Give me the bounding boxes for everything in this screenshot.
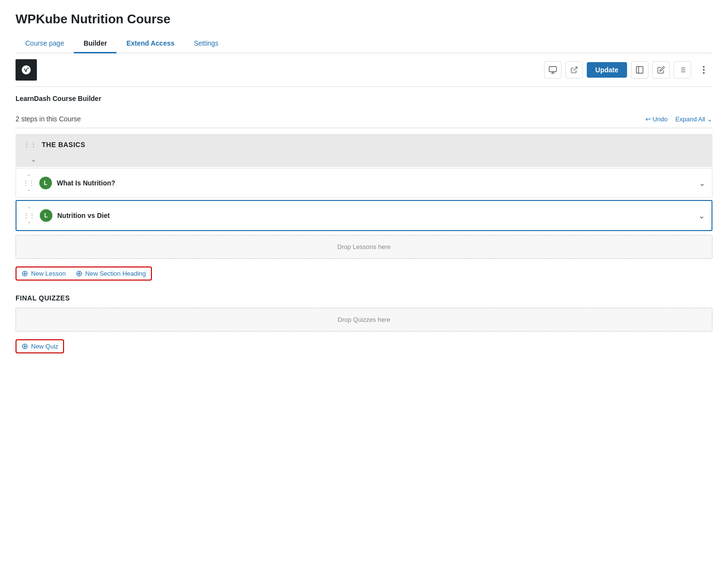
section-title: THE BASICS — [42, 141, 705, 149]
toolbar: Update — [16, 53, 712, 87]
external-link-icon[interactable] — [565, 61, 583, 79]
lesson-title-1: What Is Nutrition? — [57, 179, 694, 187]
chevron-down-icon: ⌄ — [707, 116, 712, 123]
lesson-icon-2: L — [40, 209, 52, 222]
new-lesson-button[interactable]: ⊕ New Lesson — [17, 267, 71, 280]
sidebar-icon[interactable] — [631, 61, 648, 79]
plus-circle-icon: ⊕ — [21, 269, 28, 278]
section-header: ⋮⋮ THE BASICS — [16, 134, 712, 155]
expand-all-button[interactable]: Expand All ⌄ — [676, 116, 712, 123]
builder-header: LearnDash Course Builder — [16, 89, 712, 106]
new-section-heading-button[interactable]: ⊕ New Section Heading — [71, 267, 151, 280]
drag-handle-icon[interactable]: ⋮⋮ — [23, 180, 34, 186]
more-menu-icon[interactable] — [695, 61, 712, 79]
arrow-up-icon[interactable]: ⌃ — [27, 174, 31, 179]
steps-count: 2 steps in this Course — [16, 115, 81, 123]
lesson-controls-2: ⌃ ⋮⋮ ⌄ — [23, 207, 35, 224]
final-quizzes-section: FINAL QUIZZES Drop Quizzes here ⊕ New Qu… — [16, 294, 712, 357]
arrow-up-icon[interactable]: ⌃ — [27, 207, 31, 212]
drop-lessons-zone: Drop Lessons here — [16, 235, 712, 259]
edit-icon[interactable] — [652, 61, 670, 79]
plus-circle-icon: ⊕ — [21, 342, 28, 350]
undo-button[interactable]: ↩ Undo — [645, 116, 668, 123]
svg-rect-2 — [636, 66, 643, 73]
section-the-basics: ⋮⋮ THE BASICS ⌄ — [16, 134, 712, 167]
new-quiz-button[interactable]: ⊕ New Quiz — [17, 340, 63, 352]
lesson-title-2: Nutrition vs Diet — [57, 212, 694, 219]
plus-circle-icon: ⊕ — [76, 269, 83, 278]
lesson-expand-icon-2[interactable]: ⌄ — [698, 211, 705, 220]
svg-point-11 — [703, 69, 705, 71]
lesson-header-2: ⌃ ⋮⋮ ⌄ L Nutrition vs Diet ⌄ — [17, 201, 711, 230]
desktop-icon[interactable] — [544, 61, 562, 79]
tab-bar: Course page Builder Extend Access Settin… — [16, 34, 712, 53]
lesson-what-is-nutrition: ⌃ ⋮⋮ ⌄ L What Is Nutrition? ⌄ — [16, 168, 712, 198]
section-collapse-icon[interactable]: ⌄ — [16, 155, 712, 167]
lesson-icon-1: L — [39, 177, 52, 189]
page-title: WPKube Nutrition Course — [16, 12, 712, 27]
add-actions-bar: ⊕ New Lesson ⊕ New Section Heading — [16, 266, 152, 281]
quiz-add-actions-bar: ⊕ New Quiz — [16, 339, 64, 353]
svg-point-10 — [703, 66, 705, 68]
course-meta-right: ↩ Undo Expand All ⌄ — [645, 116, 712, 123]
svg-rect-0 — [549, 66, 556, 72]
lesson-expand-icon-1[interactable]: ⌄ — [699, 179, 705, 188]
lesson-header-1: ⌃ ⋮⋮ ⌄ L What Is Nutrition? ⌄ — [16, 168, 712, 198]
toolbar-right: Update — [544, 61, 712, 79]
arrow-down-icon[interactable]: ⌄ — [27, 219, 31, 224]
svg-line-1 — [573, 67, 577, 70]
drop-quizzes-zone: Drop Quizzes here — [16, 308, 712, 332]
svg-point-12 — [703, 72, 705, 74]
lesson-controls-1: ⌃ ⋮⋮ ⌄ — [23, 174, 34, 192]
tab-settings[interactable]: Settings — [184, 34, 229, 53]
drag-handle-icon[interactable]: ⋮⋮ — [23, 141, 37, 149]
tab-extend-access[interactable]: Extend Access — [116, 34, 184, 53]
drag-handle-icon[interactable]: ⋮⋮ — [23, 212, 35, 219]
arrow-down-icon[interactable]: ⌄ — [27, 187, 31, 192]
final-quizzes-title: FINAL QUIZZES — [16, 294, 712, 302]
wp-logo — [16, 59, 37, 81]
toolbar-left — [16, 59, 37, 81]
lesson-nutrition-vs-diet: ⌃ ⋮⋮ ⌄ L Nutrition vs Diet ⌄ — [16, 200, 712, 231]
flow-icon[interactable] — [674, 61, 691, 79]
tab-course-page[interactable]: Course page — [16, 34, 74, 53]
course-meta: 2 steps in this Course ↩ Undo Expand All… — [16, 106, 712, 128]
update-button[interactable]: Update — [587, 62, 627, 78]
tab-builder[interactable]: Builder — [74, 34, 116, 53]
